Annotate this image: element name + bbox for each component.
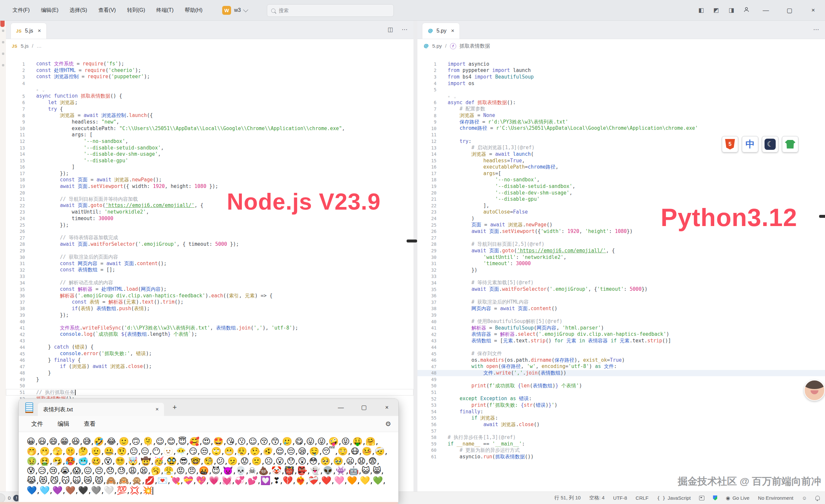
code-line[interactable]: 30 // 获取渲染后的页面内容 — [6, 254, 414, 261]
code-line[interactable]: 56 await 浏览器.close() — [418, 421, 825, 428]
line-number[interactable]: 31 — [6, 261, 25, 266]
line-number[interactable]: 24 — [6, 216, 25, 221]
line-number[interactable]: 11 — [418, 132, 437, 137]
code-line[interactable]: 53 print(f'抓取失败: {str(错误)}') — [418, 402, 825, 408]
line-number[interactable]: 13 — [418, 145, 437, 151]
code-line[interactable]: 27 // 等待表情容器加载完成 — [6, 235, 414, 241]
line-number[interactable]: 17 — [6, 171, 25, 176]
problems-count[interactable]: 0 — [8, 495, 10, 501]
code-line[interactable]: 58# 执行异步任务[1,3](@ref) — [418, 434, 825, 441]
code-line[interactable]: 48 } — [6, 370, 414, 376]
line-number[interactable]: 30 — [6, 255, 25, 260]
code-editor-js[interactable]: 1const 文件系统 = require('fs');2const 处理HTM… — [6, 53, 414, 402]
line-number[interactable]: 44 — [418, 345, 437, 350]
code-line[interactable]: 9 headless: "new", — [6, 118, 414, 125]
more-actions-icon[interactable]: ⋯ — [402, 26, 407, 33]
code-line[interactable]: 5async function 抓取表情数据() { — [6, 93, 414, 99]
line-number[interactable]: 4 — [6, 81, 25, 86]
line-number[interactable]: 58 — [418, 435, 437, 440]
line-number[interactable]: 47 — [418, 364, 437, 369]
code-line[interactable]: 25 页面 = await 浏览器.newPage() — [418, 222, 825, 228]
port-icon[interactable] — [699, 496, 704, 500]
line-number[interactable]: 54 — [418, 409, 437, 414]
feedback-smiley-icon[interactable]: ☺ — [802, 495, 807, 501]
code-line[interactable]: 7 try { — [6, 106, 414, 112]
menu-item[interactable]: 转到(G) — [127, 7, 145, 14]
code-line[interactable]: 11 args: [ — [6, 132, 414, 138]
code-line[interactable]: 20 '--disable-dev-shm-usage', — [418, 189, 825, 196]
code-line[interactable]: 9 保存路径 = r'd:\PY3姓名\w3\表情列表.txt' — [418, 118, 825, 125]
code-line[interactable]: 54 finally: — [418, 408, 825, 415]
line-number[interactable]: 7 — [418, 106, 437, 112]
line-number[interactable]: 15 — [6, 158, 25, 163]
line-number[interactable]: 29 — [418, 248, 437, 253]
code-line[interactable]: 35 await 页面.waitForSelector('.emojiGroup… — [418, 286, 825, 293]
line-number[interactable]: 1 — [6, 62, 25, 67]
line-number[interactable]: 22 — [418, 203, 437, 208]
encoding[interactable]: UTF-8 — [613, 495, 627, 501]
code-line[interactable]: 13 '--disable-setuid-sandbox', — [6, 145, 414, 151]
line-number[interactable]: 17 — [418, 171, 437, 176]
scroll-indicator[interactable] — [819, 215, 825, 218]
code-line[interactable]: 17 args=[ — [418, 170, 825, 177]
line-number[interactable]: 59 — [418, 441, 437, 446]
code-line[interactable]: 43 — [6, 338, 414, 344]
menu-item[interactable]: 查看(V) — [98, 7, 116, 14]
line-number[interactable]: 41 — [6, 325, 25, 331]
inline-ai-hint-icon[interactable]: ∗ ⌄ — [36, 88, 45, 92]
code-line[interactable]: 23 waitUntil: 'networkidle2', — [6, 209, 414, 216]
line-number[interactable]: 26 — [418, 229, 437, 234]
menu-item[interactable]: 帮助(H) — [185, 7, 203, 14]
notepad-text-area[interactable]: 😀,😃,😄,😁,😆,😅,🤣,😂,🙂,🙃,🫠,😉,😊,😇,🥰,😍,🤩,😘,😗,☺,… — [19, 432, 398, 500]
editor-sash[interactable] — [414, 20, 418, 492]
line-number[interactable]: 46 — [418, 357, 437, 363]
global-search-box[interactable]: 搜索 — [267, 4, 394, 17]
line-number[interactable]: 38 — [6, 306, 25, 311]
streamer-avatar[interactable] — [804, 380, 825, 401]
code-line[interactable]: 6 let 浏览器; — [6, 99, 414, 106]
code-line[interactable]: 6async def 抓取表情数据(): — [418, 99, 825, 106]
line-number[interactable]: 14 — [418, 152, 437, 157]
tab-close-icon[interactable]: × — [38, 27, 41, 34]
line-number[interactable]: 5 — [418, 87, 437, 92]
code-line[interactable]: 47 if (浏览器) await 浏览器.close(); — [6, 363, 414, 370]
line-number[interactable]: 51 — [6, 390, 25, 395]
line-number[interactable]: 48 — [418, 370, 437, 375]
line-number[interactable]: 3 — [418, 74, 437, 80]
code-line[interactable]: 40 # 使用BeautifulSoup解析[5](@ref) — [418, 318, 825, 325]
line-number[interactable]: 11 — [6, 132, 25, 137]
code-line[interactable]: 37 const 表情 = 解析器(元素).text().trim(); — [6, 299, 414, 306]
line-number[interactable]: 32 — [6, 267, 25, 273]
code-line[interactable]: 18 '--no-sandbox', — [418, 177, 825, 183]
code-line[interactable]: 26 await 页面.setViewport({'width': 1920, … — [418, 228, 825, 235]
account-icon[interactable] — [739, 7, 754, 14]
code-line[interactable]: 41 文件系统.writeFileSync('d:\\PY3姓名\\w3\\表情… — [6, 325, 414, 331]
code-line[interactable]: 25 }); — [6, 222, 414, 228]
breadcrumb-file[interactable]: 5.py — [432, 43, 442, 49]
line-number[interactable]: 19 — [6, 184, 25, 189]
code-line[interactable]: 20 — [6, 189, 414, 196]
line-number[interactable]: 45 — [418, 351, 437, 356]
code-line[interactable]: 47 with open(保存路径, 'w', encoding='utf-8'… — [418, 363, 825, 370]
line-number[interactable]: 24 — [418, 216, 437, 221]
workspace-switcher[interactable]: W w3 — [222, 6, 247, 15]
line-number[interactable]: 61 — [418, 454, 437, 459]
tab-close-icon[interactable]: × — [451, 27, 454, 34]
code-line[interactable]: 38 网页内容 = await 页面.content() — [418, 306, 825, 312]
line-number[interactable]: 18 — [6, 177, 25, 182]
line-number[interactable]: 43 — [6, 338, 25, 343]
line-number[interactable]: 10 — [6, 126, 25, 131]
code-line[interactable]: 10 chrome路径 = r'C:\Users\25051\AppData\L… — [418, 125, 825, 132]
code-line[interactable]: 26 — [6, 228, 414, 235]
line-number[interactable]: 6 — [418, 100, 437, 105]
code-line[interactable]: 59if __name__ == '__main__': — [418, 441, 825, 447]
code-line[interactable]: 51 — [418, 389, 825, 396]
code-line[interactable]: ∗ ⌄ — [6, 86, 414, 93]
code-line[interactable]: 5 — [418, 86, 825, 93]
code-line[interactable]: 19 await 页面.setViewport({ width: 1920, h… — [6, 183, 414, 189]
code-line[interactable]: 7 # 配置参数 — [418, 106, 825, 112]
line-number[interactable]: 4 — [418, 81, 437, 86]
code-line[interactable]: 3const 浏览器控制 = require('puppeteer'); — [6, 74, 414, 80]
code-line[interactable]: 14 '--disable-dev-shm-usage', — [6, 151, 414, 157]
more-actions-icon[interactable]: ⋯ — [813, 26, 819, 33]
